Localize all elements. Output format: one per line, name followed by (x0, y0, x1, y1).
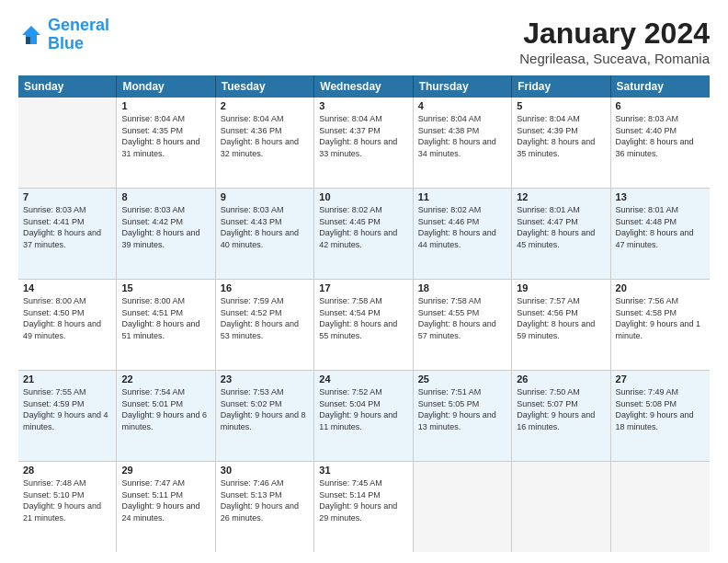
day-cell-12: 12Sunrise: 8:01 AMSunset: 4:47 PMDayligh… (512, 189, 610, 279)
day-number: 25 (418, 373, 506, 385)
logo-line1: General (48, 16, 109, 34)
day-number: 6 (616, 100, 705, 111)
day-info: Sunrise: 7:47 AMSunset: 5:11 PMDaylight:… (121, 477, 210, 523)
day-number: 2 (221, 100, 309, 111)
day-number: 29 (121, 465, 210, 476)
day-header-sunday: Sunday (18, 75, 117, 98)
day-number: 10 (319, 191, 407, 202)
svg-rect-2 (26, 37, 30, 44)
day-cell-19: 19Sunrise: 7:57 AMSunset: 4:56 PMDayligh… (512, 280, 610, 370)
day-header-saturday: Saturday (611, 75, 710, 98)
day-info: Sunrise: 7:49 AMSunset: 5:08 PMDaylight:… (616, 386, 705, 432)
day-info: Sunrise: 8:03 AMSunset: 4:41 PMDaylight:… (23, 204, 111, 250)
calendar-week-5: 28Sunrise: 7:48 AMSunset: 5:10 PMDayligh… (18, 462, 710, 552)
day-cell-20: 20Sunrise: 7:56 AMSunset: 4:58 PMDayligh… (611, 280, 710, 370)
day-cell-22: 22Sunrise: 7:54 AMSunset: 5:01 PMDayligh… (117, 371, 215, 461)
day-info: Sunrise: 7:46 AMSunset: 5:13 PMDaylight:… (221, 477, 309, 523)
day-info: Sunrise: 7:56 AMSunset: 4:58 PMDaylight:… (616, 295, 705, 341)
day-cell-17: 17Sunrise: 7:58 AMSunset: 4:54 PMDayligh… (314, 280, 413, 370)
day-info: Sunrise: 8:01 AMSunset: 4:48 PMDaylight:… (616, 204, 705, 250)
day-number: 27 (616, 373, 705, 385)
day-cell-9: 9Sunrise: 8:03 AMSunset: 4:43 PMDaylight… (216, 189, 314, 279)
day-number: 11 (418, 191, 506, 202)
day-cell-14: 14Sunrise: 8:00 AMSunset: 4:50 PMDayligh… (18, 280, 117, 370)
day-number: 16 (221, 282, 309, 293)
day-number: 26 (517, 373, 605, 385)
day-info: Sunrise: 7:53 AMSunset: 5:02 PMDaylight:… (221, 386, 309, 432)
day-info: Sunrise: 7:48 AMSunset: 5:10 PMDaylight:… (23, 477, 111, 523)
day-info: Sunrise: 8:00 AMSunset: 4:51 PMDaylight:… (121, 295, 210, 341)
day-number: 19 (517, 282, 605, 293)
day-number: 24 (319, 373, 407, 385)
day-info: Sunrise: 7:55 AMSunset: 4:59 PMDaylight:… (23, 386, 111, 432)
day-cell-1: 1Sunrise: 8:04 AMSunset: 4:35 PMDaylight… (117, 98, 215, 188)
empty-cell (611, 462, 710, 552)
calendar-week-4: 21Sunrise: 7:55 AMSunset: 4:59 PMDayligh… (18, 371, 710, 462)
day-cell-7: 7Sunrise: 8:03 AMSunset: 4:41 PMDaylight… (18, 189, 117, 279)
title-area: January 2024 Negrileasa, Suceava, Romani… (519, 17, 710, 66)
day-number: 12 (517, 191, 605, 202)
logo-icon (18, 22, 44, 48)
day-info: Sunrise: 7:51 AMSunset: 5:05 PMDaylight:… (418, 386, 506, 432)
empty-cell (18, 98, 117, 188)
day-cell-29: 29Sunrise: 7:47 AMSunset: 5:11 PMDayligh… (117, 462, 215, 552)
day-info: Sunrise: 7:45 AMSunset: 5:14 PMDaylight:… (319, 477, 407, 523)
day-cell-10: 10Sunrise: 8:02 AMSunset: 4:45 PMDayligh… (314, 189, 413, 279)
day-cell-13: 13Sunrise: 8:01 AMSunset: 4:48 PMDayligh… (611, 189, 710, 279)
day-cell-25: 25Sunrise: 7:51 AMSunset: 5:05 PMDayligh… (414, 371, 512, 461)
day-number: 15 (121, 282, 210, 293)
day-info: Sunrise: 8:04 AMSunset: 4:35 PMDaylight:… (121, 113, 210, 159)
day-cell-4: 4Sunrise: 8:04 AMSunset: 4:38 PMDaylight… (414, 98, 512, 188)
day-cell-11: 11Sunrise: 8:02 AMSunset: 4:46 PMDayligh… (414, 189, 512, 279)
day-info: Sunrise: 8:02 AMSunset: 4:45 PMDaylight:… (319, 204, 407, 250)
calendar-week-3: 14Sunrise: 8:00 AMSunset: 4:50 PMDayligh… (18, 280, 710, 371)
calendar-week-1: 1Sunrise: 8:04 AMSunset: 4:35 PMDaylight… (18, 98, 710, 189)
logo: General Blue (18, 17, 109, 53)
calendar-body: 1Sunrise: 8:04 AMSunset: 4:35 PMDaylight… (18, 98, 710, 552)
day-info: Sunrise: 7:57 AMSunset: 4:56 PMDaylight:… (517, 295, 605, 341)
day-info: Sunrise: 7:50 AMSunset: 5:07 PMDaylight:… (517, 386, 605, 432)
day-info: Sunrise: 8:03 AMSunset: 4:43 PMDaylight:… (221, 204, 309, 250)
calendar: SundayMondayTuesdayWednesdayThursdayFrid… (18, 75, 710, 552)
day-header-tuesday: Tuesday (216, 75, 314, 98)
day-cell-5: 5Sunrise: 8:04 AMSunset: 4:39 PMDaylight… (512, 98, 610, 188)
day-header-monday: Monday (117, 75, 215, 98)
empty-cell (512, 462, 610, 552)
day-number: 3 (319, 100, 407, 111)
empty-cell (414, 462, 512, 552)
day-number: 22 (121, 373, 210, 385)
day-number: 23 (221, 373, 309, 385)
day-cell-3: 3Sunrise: 8:04 AMSunset: 4:37 PMDaylight… (314, 98, 413, 188)
day-cell-18: 18Sunrise: 7:58 AMSunset: 4:55 PMDayligh… (414, 280, 512, 370)
calendar-week-2: 7Sunrise: 8:03 AMSunset: 4:41 PMDaylight… (18, 189, 710, 280)
day-cell-15: 15Sunrise: 8:00 AMSunset: 4:51 PMDayligh… (117, 280, 215, 370)
day-cell-26: 26Sunrise: 7:50 AMSunset: 5:07 PMDayligh… (512, 371, 610, 461)
day-number: 30 (221, 465, 309, 476)
day-info: Sunrise: 7:59 AMSunset: 4:52 PMDaylight:… (221, 295, 309, 341)
main-title: January 2024 (519, 17, 710, 51)
day-header-friday: Friday (512, 75, 610, 98)
day-cell-6: 6Sunrise: 8:03 AMSunset: 4:40 PMDaylight… (611, 98, 710, 188)
day-info: Sunrise: 8:02 AMSunset: 4:46 PMDaylight:… (418, 204, 506, 250)
day-number: 31 (319, 465, 407, 476)
day-cell-24: 24Sunrise: 7:52 AMSunset: 5:04 PMDayligh… (314, 371, 413, 461)
logo-line2: Blue (48, 34, 84, 52)
day-cell-30: 30Sunrise: 7:46 AMSunset: 5:13 PMDayligh… (216, 462, 314, 552)
day-number: 13 (616, 191, 705, 202)
day-info: Sunrise: 8:04 AMSunset: 4:36 PMDaylight:… (221, 113, 309, 159)
day-info: Sunrise: 8:00 AMSunset: 4:50 PMDaylight:… (23, 295, 111, 341)
header: General Blue January 2024 Negrileasa, Su… (18, 17, 710, 66)
day-info: Sunrise: 8:01 AMSunset: 4:47 PMDaylight:… (517, 204, 605, 250)
day-cell-8: 8Sunrise: 8:03 AMSunset: 4:42 PMDaylight… (117, 189, 215, 279)
day-header-wednesday: Wednesday (314, 75, 413, 98)
day-cell-27: 27Sunrise: 7:49 AMSunset: 5:08 PMDayligh… (611, 371, 710, 461)
day-info: Sunrise: 7:58 AMSunset: 4:55 PMDaylight:… (418, 295, 506, 341)
day-info: Sunrise: 8:04 AMSunset: 4:38 PMDaylight:… (418, 113, 506, 159)
day-number: 21 (23, 373, 111, 385)
day-info: Sunrise: 7:52 AMSunset: 5:04 PMDaylight:… (319, 386, 407, 432)
subtitle: Negrileasa, Suceava, Romania (519, 51, 710, 66)
day-cell-31: 31Sunrise: 7:45 AMSunset: 5:14 PMDayligh… (314, 462, 413, 552)
day-number: 1 (121, 100, 210, 111)
day-number: 8 (121, 191, 210, 202)
day-number: 18 (418, 282, 506, 293)
